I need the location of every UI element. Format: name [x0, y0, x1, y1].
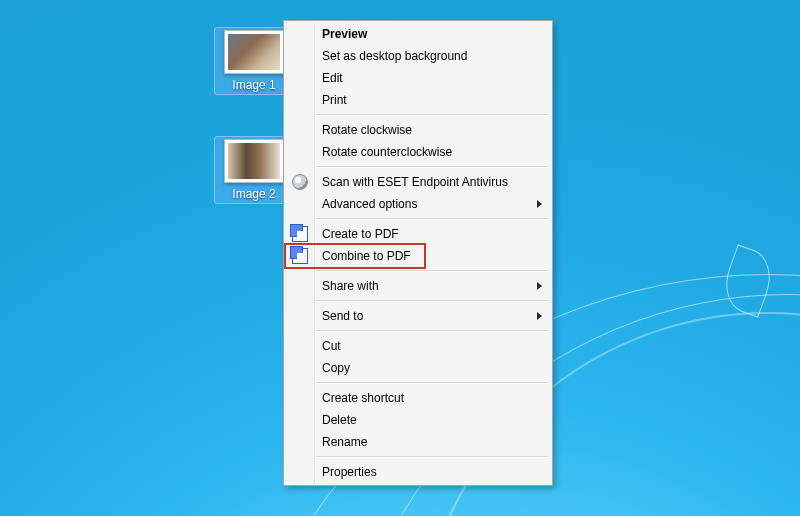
menu-separator [316, 218, 548, 220]
menu-separator [316, 114, 548, 116]
menu-item-copy[interactable]: Copy [286, 357, 550, 379]
pdf-icon [292, 248, 308, 264]
menu-item-label: Rotate clockwise [322, 123, 412, 137]
menu-item-label: Scan with ESET Endpoint Antivirus [322, 175, 508, 189]
menu-item-label: Create to PDF [322, 227, 399, 241]
menu-item-scan-eset[interactable]: Scan with ESET Endpoint Antivirus [286, 171, 550, 193]
desktop-icon-image-2[interactable]: Image 2 [215, 137, 293, 203]
desktop-icon-image-1[interactable]: Image 1 [215, 28, 293, 94]
menu-item-label: Advanced options [322, 197, 417, 211]
menu-item-label: Cut [322, 339, 341, 353]
submenu-arrow-icon [537, 282, 542, 290]
menu-item-label: Print [322, 93, 347, 107]
menu-item-advanced-options[interactable]: Advanced options [286, 193, 550, 215]
menu-item-preview[interactable]: Preview [286, 23, 550, 45]
menu-item-label: Send to [322, 309, 363, 323]
menu-separator [316, 382, 548, 384]
menu-item-rename[interactable]: Rename [286, 431, 550, 453]
menu-item-label: Properties [322, 465, 377, 479]
menu-item-edit[interactable]: Edit [286, 67, 550, 89]
menu-item-label: Combine to PDF [322, 249, 411, 263]
desktop-icon-label: Image 1 [217, 78, 291, 92]
menu-item-send-to[interactable]: Send to [286, 305, 550, 327]
menu-item-label: Preview [322, 27, 367, 41]
image-thumbnail [224, 30, 284, 74]
menu-item-label: Delete [322, 413, 357, 427]
menu-separator [316, 166, 548, 168]
menu-item-rotate-clockwise[interactable]: Rotate clockwise [286, 119, 550, 141]
menu-item-label: Create shortcut [322, 391, 404, 405]
menu-item-rotate-counterclockwise[interactable]: Rotate counterclockwise [286, 141, 550, 163]
menu-item-set-as-desktop-background[interactable]: Set as desktop background [286, 45, 550, 67]
menu-item-create-shortcut[interactable]: Create shortcut [286, 387, 550, 409]
menu-item-properties[interactable]: Properties [286, 461, 550, 483]
menu-separator [316, 456, 548, 458]
decorative-leaf [717, 244, 780, 317]
context-menu: Preview Set as desktop background Edit P… [283, 20, 553, 486]
menu-item-label: Copy [322, 361, 350, 375]
menu-separator [316, 330, 548, 332]
menu-separator [316, 270, 548, 272]
menu-item-print[interactable]: Print [286, 89, 550, 111]
menu-item-create-to-pdf[interactable]: Create to PDF [286, 223, 550, 245]
menu-item-label: Share with [322, 279, 379, 293]
menu-separator [316, 300, 548, 302]
submenu-arrow-icon [537, 200, 542, 208]
menu-item-label: Rename [322, 435, 367, 449]
pdf-icon [292, 226, 308, 242]
menu-item-label: Set as desktop background [322, 49, 467, 63]
desktop-icon-label: Image 2 [217, 187, 291, 201]
image-thumbnail [224, 139, 284, 183]
menu-item-label: Edit [322, 71, 343, 85]
desktop[interactable]: Image 1 Image 2 Preview Set as desktop b… [0, 0, 800, 516]
menu-item-combine-to-pdf[interactable]: Combine to PDF [286, 245, 550, 267]
eset-icon [292, 174, 308, 190]
menu-item-label: Rotate counterclockwise [322, 145, 452, 159]
menu-item-share-with[interactable]: Share with [286, 275, 550, 297]
submenu-arrow-icon [537, 312, 542, 320]
menu-item-delete[interactable]: Delete [286, 409, 550, 431]
menu-item-cut[interactable]: Cut [286, 335, 550, 357]
